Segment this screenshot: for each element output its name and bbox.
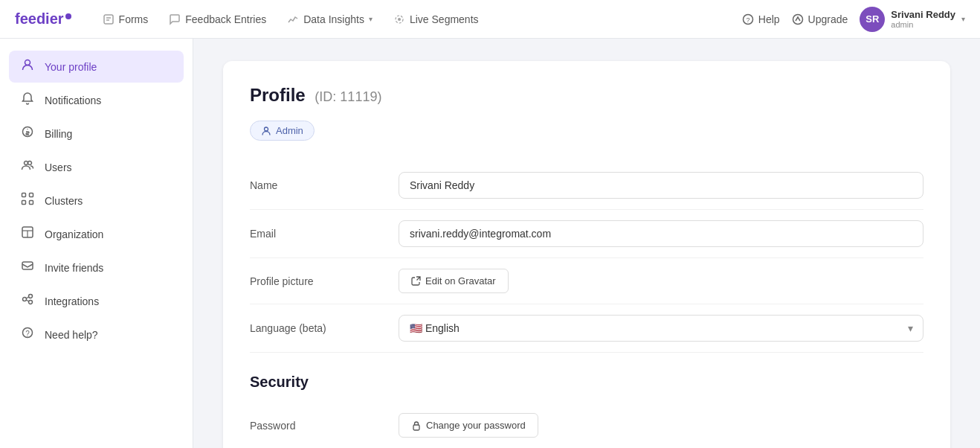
help-circle-icon: ? [19, 326, 36, 343]
invite-icon [19, 259, 36, 276]
sidebar-integrations-label: Integrations [45, 295, 99, 307]
email-value-wrapper [399, 220, 923, 247]
svg-point-21 [29, 295, 33, 298]
insights-icon [287, 13, 299, 25]
logo[interactable]: feedier [15, 10, 71, 28]
admin-badge-label: Admin [276, 125, 303, 136]
integrations-icon [19, 292, 36, 310]
user-role: admin [891, 20, 955, 29]
upgrade-link[interactable]: Upgrade [792, 13, 848, 25]
sidebar-invite-label: Invite friends [45, 262, 103, 274]
svg-rect-14 [22, 201, 26, 205]
svg-point-11 [28, 161, 32, 165]
nav-forms-label: Forms [119, 13, 149, 25]
profile-title-text: Profile [250, 85, 306, 105]
nav-insights-label: Data Insights [303, 13, 364, 25]
sidebar-item-clusters[interactable]: Clusters [9, 185, 184, 217]
feedback-icon [169, 13, 181, 25]
email-label: Email [250, 228, 399, 240]
sidebar-item-billing[interactable]: Billing [9, 118, 184, 150]
sidebar-item-users[interactable]: Users [9, 151, 184, 183]
sidebar-billing-label: Billing [45, 128, 72, 140]
svg-rect-15 [30, 201, 33, 205]
help-link[interactable]: ? Help [742, 13, 780, 25]
nav-links: Forms Feedback Entries Data Insights ▾ L… [94, 9, 742, 30]
nav-link-live-segments[interactable]: Live Segments [384, 9, 488, 30]
sidebar-users-label: Users [45, 161, 72, 173]
nav-link-forms[interactable]: Forms [94, 9, 158, 30]
user-menu-chevron-icon: ▾ [961, 15, 965, 23]
svg-text:?: ? [746, 16, 749, 24]
email-field-row: Email [250, 210, 923, 258]
edit-gravatar-button[interactable]: Edit on Gravatar [399, 269, 509, 293]
page-wrapper: Your profile Notifications Billing [0, 0, 980, 448]
change-password-button[interactable]: Change your password [399, 413, 538, 438]
sidebar: Your profile Notifications Billing [0, 39, 193, 448]
svg-point-3 [398, 18, 401, 21]
password-field-row: Password Change your password [250, 403, 923, 448]
sidebar-notifications-label: Notifications [45, 95, 101, 106]
svg-point-20 [23, 298, 27, 301]
language-value-wrapper: 🇺🇸 English [399, 315, 923, 342]
external-link-icon [411, 276, 421, 286]
sidebar-organization-label: Organization [45, 228, 103, 240]
profile-picture-label: Profile picture [250, 275, 399, 287]
sidebar-item-integrations[interactable]: Integrations [9, 285, 184, 317]
change-password-label: Change your password [426, 420, 526, 431]
security-section-title: Security [250, 374, 923, 391]
language-select[interactable]: 🇺🇸 English [399, 315, 923, 342]
bell-icon [19, 92, 36, 109]
page-title: Profile (ID: 11119) [250, 85, 923, 106]
upgrade-icon [792, 13, 804, 25]
sidebar-item-your-profile[interactable]: Your profile [9, 51, 184, 83]
sidebar-item-notifications[interactable]: Notifications [9, 84, 184, 116]
user-info: Srivani Reddy admin [891, 9, 955, 29]
sidebar-item-organization[interactable]: Organization [9, 218, 184, 250]
upgrade-label: Upgrade [808, 13, 848, 25]
svg-rect-0 [104, 15, 113, 24]
svg-rect-12 [22, 193, 26, 197]
password-value: Change your password [399, 413, 923, 438]
sidebar-clusters-label: Clusters [45, 195, 83, 207]
password-label: Password [250, 420, 399, 432]
sidebar-need-help-label: Need help? [45, 329, 98, 341]
org-icon [19, 225, 36, 243]
svg-rect-13 [30, 193, 33, 197]
nav-live-label: Live Segments [410, 13, 479, 25]
help-icon: ? [742, 13, 754, 25]
nav-link-data-insights[interactable]: Data Insights ▾ [278, 9, 381, 30]
sidebar-item-need-help[interactable]: ? Need help? [9, 319, 184, 351]
sidebar-your-profile-label: Your profile [45, 61, 97, 73]
language-field-row: Language (beta) 🇺🇸 English [250, 304, 923, 353]
logo-text: feedier [15, 10, 64, 28]
user-menu[interactable]: SR Srivani Reddy admin ▾ [860, 7, 965, 32]
profile-id: (ID: 11119) [315, 89, 381, 104]
live-icon [393, 13, 405, 25]
lock-icon [411, 420, 422, 431]
avatar: SR [860, 7, 885, 32]
nav-link-feedback-entries[interactable]: Feedback Entries [160, 9, 275, 30]
profile-picture-row: Profile picture Edit on Gravatar [250, 258, 923, 304]
svg-rect-28 [413, 425, 419, 430]
nav-right: ? Help Upgrade SR Srivani Reddy admin ▾ [742, 7, 965, 32]
top-nav: feedier Forms Feedback Entries Data Insi… [0, 0, 980, 39]
insights-dropdown-icon: ▾ [369, 15, 373, 23]
logo-dot [65, 13, 71, 19]
person-icon [19, 58, 36, 75]
name-input[interactable] [399, 172, 923, 199]
user-name: Srivani Reddy [891, 9, 955, 20]
admin-person-icon [261, 126, 271, 136]
name-field-row: Name [250, 161, 923, 210]
sidebar-item-invite-friends[interactable]: Invite friends [9, 252, 184, 284]
svg-point-7 [793, 14, 802, 24]
profile-picture-value: Edit on Gravatar [399, 269, 923, 293]
language-select-wrapper: 🇺🇸 English [399, 315, 923, 342]
svg-point-8 [25, 60, 30, 65]
email-input[interactable] [399, 220, 923, 247]
svg-line-24 [27, 300, 29, 301]
forms-icon [103, 13, 115, 25]
main-content: Profile (ID: 11119) Admin Name Em [193, 39, 980, 448]
users-icon [19, 159, 36, 176]
svg-point-27 [265, 127, 268, 131]
admin-badge: Admin [250, 121, 315, 141]
